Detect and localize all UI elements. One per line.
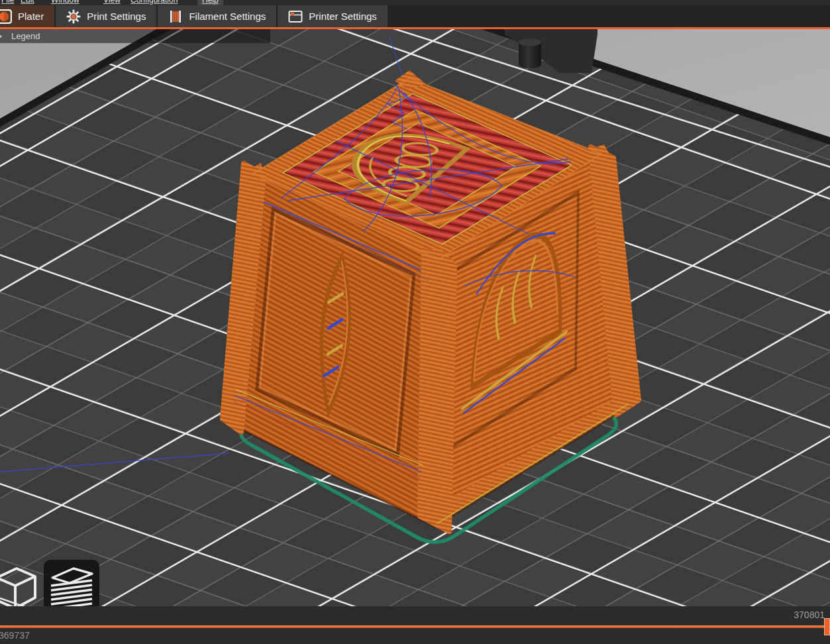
legend-panel-header[interactable]: Legend bbox=[0, 29, 270, 43]
3d-editor-cube-icon bbox=[0, 563, 40, 606]
menu-item-file[interactable]: File bbox=[1, 0, 14, 5]
layers-stack-icon bbox=[47, 563, 96, 606]
settings-tab-bar: Plater bbox=[0, 5, 830, 27]
tab-printer-settings[interactable]: Printer Settings bbox=[278, 5, 389, 27]
gcode-preview-viewport[interactable]: Legend bbox=[0, 29, 830, 606]
slicer-window: File Edit Window View Configuration Help… bbox=[0, 0, 830, 644]
legend-label: Legend bbox=[11, 31, 40, 41]
view-mode-toolbar bbox=[0, 560, 99, 606]
tab-filament-settings[interactable]: Filament Settings bbox=[158, 5, 278, 27]
menu-item-window[interactable]: Window bbox=[51, 0, 79, 5]
legend-caret-icon bbox=[0, 33, 2, 40]
view-mode-3d-editor-button[interactable] bbox=[0, 560, 44, 606]
slider-min-value: 369737 bbox=[0, 630, 30, 641]
slider-handle[interactable] bbox=[824, 618, 830, 635]
slider-max-value: 370801 bbox=[794, 610, 825, 620]
filament-spool-icon bbox=[168, 9, 183, 24]
horizontal-move-slider[interactable] bbox=[0, 625, 830, 628]
gcode-preview-canvas[interactable] bbox=[0, 29, 830, 606]
tab-label: Print Settings bbox=[87, 11, 146, 22]
menu-item-edit[interactable]: Edit bbox=[21, 0, 34, 5]
tab-label: Plater bbox=[18, 11, 44, 22]
menu-item-view[interactable]: View bbox=[103, 0, 121, 5]
menu-item-help[interactable]: Help bbox=[197, 0, 223, 5]
preview-bottom-bar: 370801 369737 bbox=[0, 606, 830, 644]
menu-bar: File Edit Window View Configuration Help bbox=[0, 0, 830, 5]
tab-accent-underline bbox=[0, 27, 830, 29]
tab-plater[interactable]: Plater bbox=[0, 5, 56, 27]
tab-label: Printer Settings bbox=[309, 11, 377, 22]
printer-icon bbox=[288, 9, 303, 24]
menu-item-configuration[interactable]: Configuration bbox=[130, 0, 178, 5]
tab-print-settings[interactable]: Print Settings bbox=[56, 5, 158, 27]
tab-label: Filament Settings bbox=[189, 11, 266, 22]
plater-icon bbox=[0, 9, 12, 24]
print-settings-gear-icon bbox=[66, 9, 81, 24]
view-mode-preview-button[interactable] bbox=[44, 560, 99, 606]
